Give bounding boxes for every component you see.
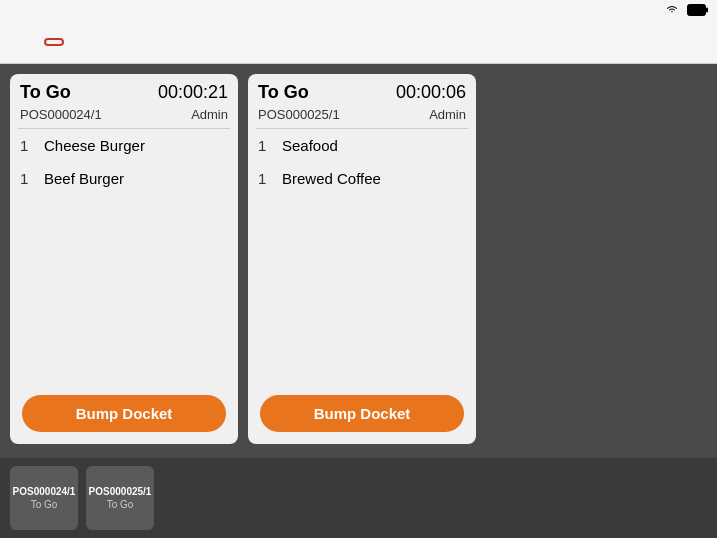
docket-item-2-2: 1 Brewed Coffee — [258, 170, 466, 187]
docket-title-1: To Go — [20, 82, 71, 103]
docket-item-qty-2-1: 1 — [258, 137, 272, 154]
docket-items-1: 1 Cheese Burger 1 Beef Burger — [10, 129, 238, 387]
bump-docket-button-1[interactable]: Bump Docket — [22, 395, 226, 432]
main-area: To Go 00:00:21 POS000024/1 Admin 1 Chees… — [0, 64, 717, 458]
docket-header-2: To Go 00:00:06 — [248, 74, 476, 107]
queue-item-id-2: POS000025/1 — [89, 486, 152, 497]
edit-button[interactable] — [44, 38, 64, 46]
battery-icon — [687, 4, 709, 16]
docket-card-2: To Go 00:00:06 POS000025/1 Admin 1 Seafo… — [248, 74, 476, 444]
queue-item-2[interactable]: POS000025/1 To Go — [86, 466, 154, 530]
docket-title-2: To Go — [258, 82, 309, 103]
docket-items-2: 1 Seafood 1 Brewed Coffee — [248, 129, 476, 387]
docket-item-1-2: 1 Beef Burger — [20, 170, 228, 187]
svg-rect-0 — [688, 5, 706, 16]
docket-timer-2: 00:00:06 — [396, 82, 466, 103]
docket-item-2-1: 1 Seafood — [258, 137, 466, 154]
docket-posid-2: POS000025/1 — [258, 107, 340, 122]
queue-item-type-2: To Go — [107, 499, 134, 510]
nav-right — [673, 40, 705, 44]
docket-sub-1: POS000024/1 Admin — [10, 107, 238, 128]
nav-left — [12, 38, 64, 46]
bottom-queue: POS000024/1 To Go POS000025/1 To Go — [0, 458, 717, 538]
docket-item-qty-1-1: 1 — [20, 137, 34, 154]
docket-sub-2: POS000025/1 Admin — [248, 107, 476, 128]
report-button[interactable] — [28, 40, 36, 44]
docket-user-2: Admin — [429, 107, 466, 122]
docket-item-name-1-1: Cheese Burger — [44, 137, 145, 154]
docket-user-1: Admin — [191, 107, 228, 122]
svg-rect-1 — [706, 8, 708, 13]
settings-button[interactable] — [12, 40, 20, 44]
docket-item-name-1-2: Beef Burger — [44, 170, 124, 187]
docket-item-name-2-2: Brewed Coffee — [282, 170, 381, 187]
docket-item-1-1: 1 Cheese Burger — [20, 137, 228, 154]
queue-item-id-1: POS000024/1 — [13, 486, 76, 497]
order-summary-button[interactable] — [673, 40, 681, 44]
functions-button[interactable] — [697, 40, 705, 44]
docket-timer-1: 00:00:21 — [158, 82, 228, 103]
top-nav — [0, 20, 717, 64]
docket-posid-1: POS000024/1 — [20, 107, 102, 122]
docket-item-name-2-1: Seafood — [282, 137, 338, 154]
status-right — [665, 4, 709, 16]
queue-item-type-1: To Go — [31, 499, 58, 510]
docket-header-1: To Go 00:00:21 — [10, 74, 238, 107]
wifi-icon — [665, 4, 679, 16]
docket-item-qty-2-2: 1 — [258, 170, 272, 187]
bump-docket-button-2[interactable]: Bump Docket — [260, 395, 464, 432]
docket-card-1: To Go 00:00:21 POS000024/1 Admin 1 Chees… — [10, 74, 238, 444]
status-bar — [0, 0, 717, 20]
docket-item-qty-1-2: 1 — [20, 170, 34, 187]
queue-item-1[interactable]: POS000024/1 To Go — [10, 466, 78, 530]
